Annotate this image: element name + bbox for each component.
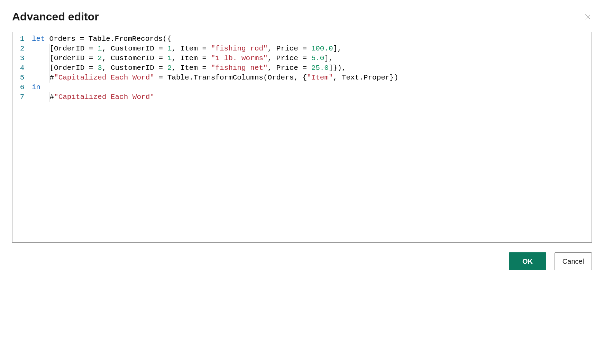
code-line[interactable]: 2 [OrderID = 1, CustomerID = 1, Item = "… — [12, 44, 592, 54]
line-number: 6 — [12, 83, 32, 92]
dialog-title: Advanced editor — [12, 10, 99, 23]
code-content[interactable]: let Orders = Table.FromRecords({ — [32, 34, 171, 44]
line-number: 1 — [12, 34, 32, 44]
line-number: 7 — [12, 92, 32, 102]
code-content[interactable]: [OrderID = 1, CustomerID = 1, Item = "fi… — [49, 44, 341, 54]
line-number: 4 — [12, 63, 32, 73]
code-content[interactable]: in — [32, 83, 40, 92]
line-number: 2 — [12, 44, 32, 54]
code-line[interactable]: 6in — [12, 83, 592, 92]
line-number: 5 — [12, 73, 32, 83]
dialog-footer: OK Cancel — [12, 252, 592, 270]
cancel-button[interactable]: Cancel — [555, 252, 592, 270]
close-icon — [584, 13, 591, 20]
code-content[interactable]: [OrderID = 2, CustomerID = 1, Item = "1 … — [49, 54, 333, 63]
code-line[interactable]: 7 #"Capitalized Each Word" — [12, 92, 592, 102]
code-line[interactable]: 3 [OrderID = 2, CustomerID = 1, Item = "… — [12, 54, 592, 63]
code-content[interactable]: [OrderID = 3, CustomerID = 2, Item = "fi… — [49, 63, 346, 73]
code-line[interactable]: 4 [OrderID = 3, CustomerID = 2, Item = "… — [12, 63, 592, 73]
code-editor[interactable]: 1let Orders = Table.FromRecords({2 [Orde… — [12, 32, 592, 243]
code-content[interactable]: #"Capitalized Each Word" = Table.Transfo… — [49, 73, 398, 83]
dialog-header: Advanced editor — [12, 10, 592, 23]
ok-button[interactable]: OK — [509, 252, 546, 270]
code-content[interactable]: #"Capitalized Each Word" — [49, 92, 154, 102]
code-line[interactable]: 5 #"Capitalized Each Word" = Table.Trans… — [12, 73, 592, 83]
line-number: 3 — [12, 54, 32, 63]
code-line[interactable]: 1let Orders = Table.FromRecords({ — [12, 34, 592, 44]
close-button[interactable] — [584, 13, 592, 21]
